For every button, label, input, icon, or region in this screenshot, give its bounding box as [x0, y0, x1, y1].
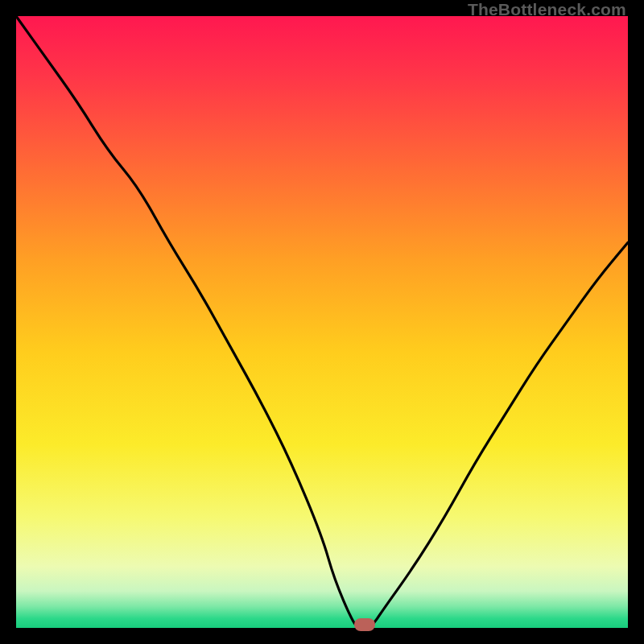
bottleneck-curve — [16, 16, 628, 628]
optimal-point-marker — [354, 618, 375, 631]
chart-frame: TheBottleneck.com — [0, 0, 644, 644]
plot-area — [16, 16, 628, 628]
